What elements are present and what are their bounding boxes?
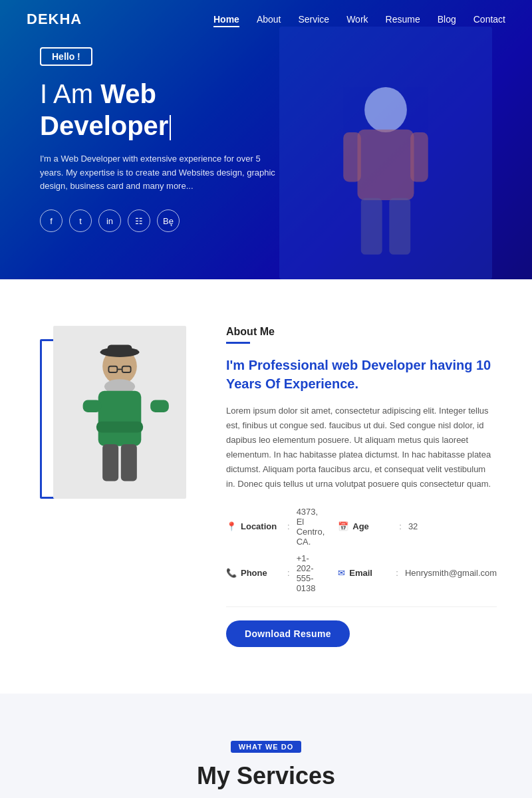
info-phone: 📞 Phone : +1-202-555-0138	[226, 553, 325, 593]
svg-rect-14	[83, 400, 102, 412]
nav-blog[interactable]: Blog	[438, 14, 456, 25]
download-resume-button[interactable]: Download Resume	[226, 620, 350, 647]
email-label: Email	[349, 568, 389, 578]
info-email: ✉ Email : Henrysmith@gmail.com	[338, 553, 497, 593]
location-value: 4373, El Centro, CA.	[297, 507, 325, 547]
about-image-wrap	[40, 326, 193, 505]
navbar: DEKHA Home About Service Work Resume Blo…	[0, 0, 532, 39]
social-links: f t in ☷ Bę	[40, 209, 279, 232]
services-badge: WHAT WE DO	[231, 741, 302, 753]
about-info-grid: 📍 Location : 4373, El Centro, CA. 📅 Age …	[226, 507, 497, 593]
about-underline	[226, 342, 250, 344]
site-logo[interactable]: DEKHA	[27, 11, 82, 28]
nav-service[interactable]: Service	[298, 14, 329, 25]
about-content: About Me I'm Professional web Developer …	[226, 326, 497, 647]
services-section: WHAT WE DO My Services Lorem ipsum dolor…	[0, 694, 532, 798]
info-age: 📅 Age : 32	[338, 507, 497, 547]
svg-rect-18	[121, 444, 137, 481]
phone-value: +1-202-555-0138	[297, 553, 325, 593]
phone-icon: 📞	[226, 568, 237, 578]
about-subtitle: I'm Professional web Developer having 10…	[226, 356, 497, 393]
svg-rect-15	[150, 400, 169, 412]
about-section-label: About Me	[226, 326, 497, 338]
svg-point-0	[364, 87, 407, 132]
nav-about[interactable]: About	[257, 14, 281, 25]
hero-title: I Am Web Developer	[40, 78, 279, 142]
svg-rect-17	[102, 444, 118, 481]
cursor-blink	[170, 115, 171, 140]
email-value: Henrysmith@gmail.com	[405, 568, 497, 578]
location-icon: 📍	[226, 521, 237, 531]
hero-description: I'm a Web Developer with extensive exper…	[40, 152, 279, 194]
age-label: Age	[352, 521, 392, 531]
svg-rect-3	[410, 132, 428, 182]
nav-links: Home About Service Work Resume Blog Cont…	[213, 13, 505, 25]
about-image	[53, 326, 186, 499]
info-location: 📍 Location : 4373, El Centro, CA.	[226, 507, 325, 547]
svg-rect-5	[389, 198, 410, 255]
age-value: 32	[408, 521, 418, 531]
social-facebook[interactable]: f	[40, 209, 63, 232]
about-section: About Me I'm Professional web Developer …	[0, 279, 532, 694]
hero-badge: Hello !	[40, 47, 92, 66]
nav-work[interactable]: Work	[346, 14, 368, 25]
about-text: Lorem ipsum dolor sit amet, consectetur …	[226, 404, 497, 492]
email-icon: ✉	[338, 568, 345, 578]
svg-rect-2	[343, 132, 361, 182]
hero-title-prefix: I Am	[40, 79, 93, 108]
nav-resume[interactable]: Resume	[386, 14, 420, 25]
svg-rect-16	[96, 422, 143, 433]
age-icon: 📅	[338, 521, 348, 531]
phone-label: Phone	[241, 568, 281, 578]
svg-rect-4	[361, 198, 382, 255]
svg-rect-8	[108, 344, 132, 356]
svg-rect-1	[358, 130, 414, 200]
social-linkedin[interactable]: in	[98, 209, 121, 232]
svg-rect-13	[98, 391, 142, 446]
services-title: My Services	[40, 762, 492, 790]
social-twitter[interactable]: t	[69, 209, 92, 232]
hero-section: Hello ! I Am Web Developer I'm a Web Dev…	[0, 0, 532, 279]
social-behance[interactable]: Bę	[157, 209, 180, 232]
location-label: Location	[241, 521, 281, 531]
hero-content: Hello ! I Am Web Developer I'm a Web Dev…	[0, 47, 319, 232]
nav-home[interactable]: Home	[213, 14, 239, 27]
nav-contact[interactable]: Contact	[473, 14, 505, 25]
about-divider	[226, 606, 497, 607]
social-instagram[interactable]: ☷	[128, 209, 150, 232]
